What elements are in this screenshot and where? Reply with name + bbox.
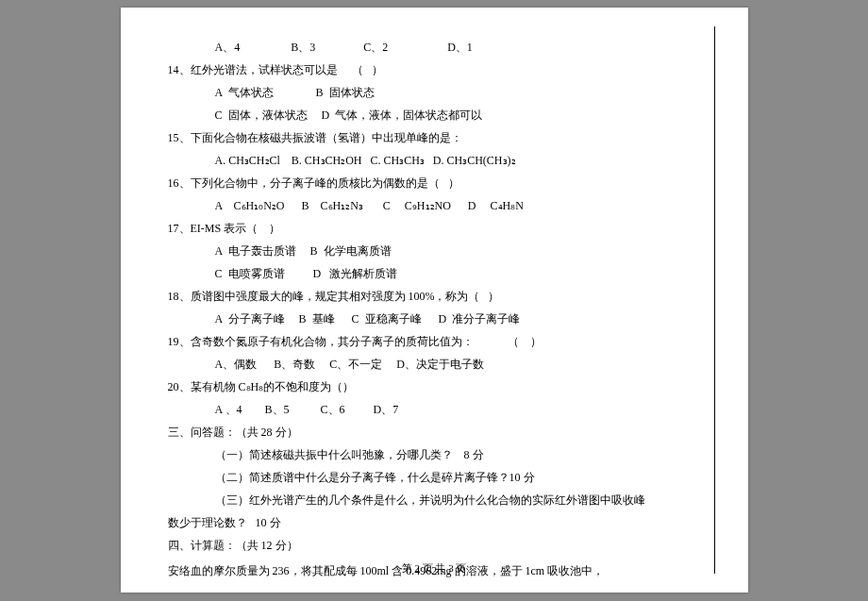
q18: 18、质谱图中强度最大的峰，规定其相对强度为 100%，称为（ ） [168,285,701,308]
section-4-title: 四、计算题：（共 12 分） [168,534,701,557]
section-3-q1: （一）简述核磁共振中什么叫弛豫，分哪几类？ 8 分 [168,443,701,466]
q17: 17、EI-MS 表示（ ） [168,217,701,240]
section-3-q3-part1: （三）红外光谱产生的几个条件是什么，并说明为什么化合物的实际红外谱图中吸收峰 [168,489,701,511]
q15: 15、下面化合物在核磁共振波谱（氢谱）中出现单峰的是： [168,126,701,149]
q19: 19、含奇数个氮原子有机化合物，其分子离子的质荷比值为： （ ） [168,330,701,353]
q17-opt-cd: C 电喷雾质谱 D 激光解析质谱 [168,262,701,285]
section-3-title: 三、问答题：（共 28 分） [168,421,701,443]
vertical-divider [714,26,715,574]
q14-opt-cd: C 固体，液体状态 D 气体，液体，固体状态都可以 [168,104,701,126]
q14: 14、红外光谱法，试样状态可以是 （ ） [168,58,701,81]
q17-opt-ab: A 电子轰击质谱 B 化学电离质谱 [168,240,701,262]
q13-options: A、4 B、3 C、2 D、1 [168,36,701,58]
q15-options: A. CH₃CH₂Cl B. CH₃CH₂OH C. CH₃CH₃ D. CH₃… [168,149,701,172]
section-3-q3-part2: 数少于理论数？ 10 分 [168,511,701,534]
section-4-body-line2: 在 max 为 355nm 处测得 A 值为 0.557，试求安络血的E₁cm¹… [168,586,701,601]
q14-opt-ab: A 气体状态 B 固体状态 [168,81,701,104]
document-page: A、4 B、3 C、2 D、1 14、红外光谱法，试样状态可以是 （ ） A 气… [121,8,748,593]
q20: 20、某有机物 C₈H₈的不饱和度为（） [168,376,701,398]
section-3-q2: （二）简述质谱中什么是分子离子锋，什么是碎片离子锋？10 分 [168,466,701,489]
q18-options: A 分子离子峰 B 基峰 C 亚稳离子峰 D 准分子离子峰 [168,308,701,330]
q20-options: A 、4 B、5 C、6 D、7 [168,398,701,421]
q19-options: A、偶数 B、奇数 C、不一定 D、决定于电子数 [168,353,701,376]
page-footer: 第 2 页 共 3 页 [121,561,748,576]
q16: 16、下列化合物中，分子离子峰的质核比为偶数的是（ ） [168,172,701,194]
q16-options: A C₆H₁₀N₂O B C₆H₁₂N₃ C C₉H₁₂NO D C₄H₈N [168,194,701,217]
